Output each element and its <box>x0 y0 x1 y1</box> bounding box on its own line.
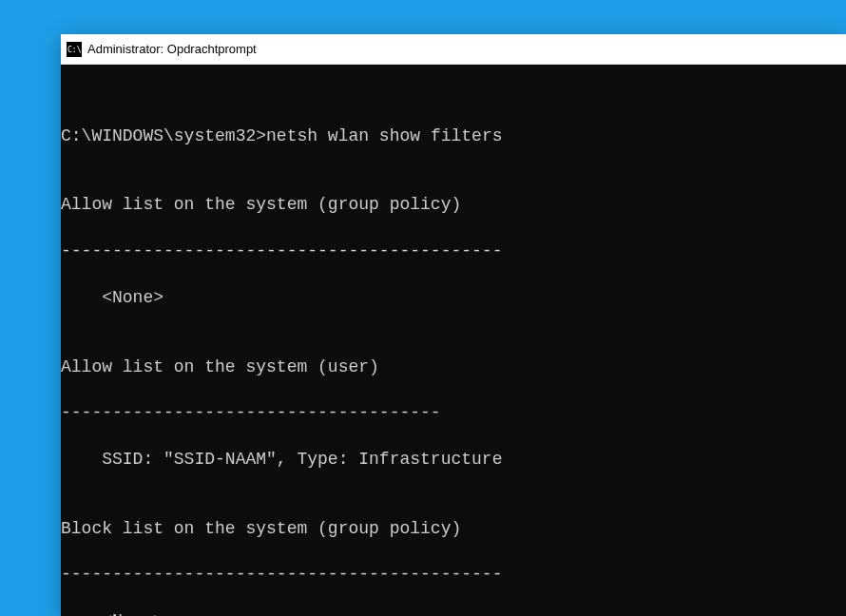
allow-user-content: SSID: "SSID-NAAM", Type: Infrastructure <box>61 448 846 471</box>
title-bar[interactable]: C:\ Administrator: Opdrachtprompt <box>61 34 846 65</box>
window-title: Administrator: Opdrachtprompt <box>87 42 257 56</box>
divider: ----------------------------------------… <box>61 240 846 262</box>
block-gp-content: <None> <box>61 609 846 616</box>
divider: ------------------------------------- <box>61 401 846 424</box>
command-line: C:\WINDOWS\system32>netsh wlan show filt… <box>61 125 846 147</box>
allow-user-header: Allow list on the system (user) <box>61 356 846 378</box>
divider: ----------------------------------------… <box>61 563 846 586</box>
allow-gp-header: Allow list on the system (group policy) <box>61 193 846 216</box>
block-gp-header: Block list on the system (group policy) <box>61 517 846 540</box>
cmd-icon: C:\ <box>67 42 82 57</box>
svg-text:C:\: C:\ <box>67 46 82 54</box>
entered-command: netsh wlan show filters <box>266 125 502 147</box>
prompt-path: C:\WINDOWS\system32> <box>61 125 266 147</box>
terminal-output[interactable]: C:\WINDOWS\system32>netsh wlan show filt… <box>61 65 846 616</box>
allow-gp-content: <None> <box>61 286 846 309</box>
command-prompt-window: C:\ Administrator: Opdrachtprompt C:\WIN… <box>61 34 846 616</box>
